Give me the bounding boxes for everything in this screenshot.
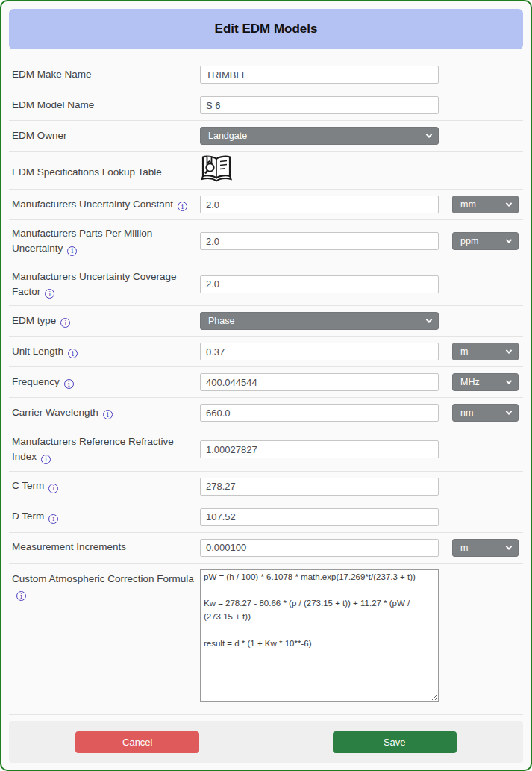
chevron-down-icon	[506, 378, 512, 384]
carrier-wavelength-input[interactable]	[200, 404, 439, 422]
field-label: Manufacturers Uncertainty Coverage Facto…	[12, 269, 200, 300]
measurement-increments-unit-select[interactable]: m	[452, 539, 519, 557]
uncertainty-constant-input[interactable]	[200, 196, 439, 213]
field-label: Carrier Wavelength	[12, 405, 200, 420]
row-edm-make-name: EDM Make Name	[9, 60, 523, 90]
unit-length-input[interactable]	[200, 343, 439, 360]
carrier-wavelength-unit-select[interactable]: nm	[452, 404, 519, 422]
info-icon[interactable]	[41, 455, 51, 464]
open-book-magnifier-icon	[200, 154, 233, 183]
row-d-term: D Term	[9, 502, 523, 532]
form: EDM Make Name EDM Model Name EDM Owner L…	[9, 60, 523, 708]
info-icon[interactable]	[178, 202, 187, 211]
selected-option: Phase	[208, 316, 234, 326]
row-c-term: C Term	[9, 471, 523, 502]
row-uncertainty-constant: Manufacturers Uncertainty Constant mm	[9, 189, 523, 219]
row-edm-owner: EDM Owner Landgate	[9, 120, 523, 151]
ppm-uncertainty-unit-select[interactable]: ppm	[452, 232, 519, 250]
footer-bar: Cancel Save	[9, 721, 523, 763]
coverage-factor-input[interactable]	[200, 275, 439, 293]
cancel-button[interactable]: Cancel	[75, 731, 199, 753]
ppm-uncertainty-input[interactable]	[200, 232, 439, 250]
field-label: C Term	[12, 478, 200, 493]
field-label: EDM Model Name	[12, 98, 200, 113]
info-icon[interactable]	[68, 349, 78, 358]
field-label: EDM Make Name	[12, 67, 200, 82]
footer-divider	[9, 714, 523, 715]
selected-option: m	[460, 346, 468, 357]
chevron-down-icon	[426, 316, 432, 322]
info-icon[interactable]	[67, 246, 77, 256]
correction-formula-textarea[interactable]: pW = (h / 100) * 6.1078 * math.exp(17.26…	[200, 569, 439, 702]
chevron-down-icon	[506, 237, 512, 243]
edm-owner-select[interactable]: Landgate	[200, 127, 439, 145]
info-icon[interactable]	[16, 591, 26, 601]
row-refractive-index: Manufacturers Reference Refractive Index	[9, 428, 523, 471]
selected-option: MHz	[460, 377, 480, 387]
unit-length-unit-select[interactable]: m	[452, 343, 519, 360]
edm-model-name-input[interactable]	[200, 96, 439, 114]
field-label: Custom Atmospheric Correction Formula	[12, 569, 200, 602]
frequency-input[interactable]	[200, 373, 439, 391]
selected-option: m	[460, 543, 468, 553]
row-specifications-lookup: EDM Specifications Lookup Table	[9, 151, 523, 189]
row-unit-length: Unit Length m	[9, 336, 523, 366]
selected-option: ppm	[460, 236, 478, 246]
row-carrier-wavelength: Carrier Wavelength nm	[9, 397, 523, 428]
info-icon[interactable]	[45, 289, 54, 299]
page-title-banner: Edit EDM Models	[9, 9, 523, 49]
chevron-down-icon	[506, 347, 512, 353]
c-term-input[interactable]	[200, 478, 439, 496]
chevron-down-icon	[426, 131, 432, 137]
chevron-down-icon	[506, 408, 512, 414]
row-measurement-increments: Measurement Increments m	[9, 532, 523, 563]
info-icon[interactable]	[64, 379, 74, 389]
frequency-unit-select[interactable]: MHz	[452, 373, 519, 391]
selected-option: mm	[460, 199, 476, 210]
page-title: Edit EDM Models	[215, 22, 318, 37]
field-label: EDM type	[12, 313, 200, 328]
field-label: EDM Owner	[12, 128, 200, 143]
edm-type-select[interactable]: Phase	[200, 312, 439, 330]
edit-edm-models-window: Edit EDM Models EDM Make Name EDM Model …	[0, 0, 532, 771]
info-icon[interactable]	[48, 514, 58, 524]
field-label: Measurement Increments	[12, 540, 200, 555]
field-label: D Term	[12, 509, 200, 524]
uncertainty-constant-unit-select[interactable]: mm	[452, 196, 519, 213]
field-label: Unit Length	[12, 344, 200, 359]
field-label: Frequency	[12, 375, 200, 390]
chevron-down-icon	[506, 200, 512, 206]
row-correction-formula: Custom Atmospheric Correction Formula pW…	[9, 563, 523, 708]
selected-option: nm	[460, 408, 473, 418]
row-coverage-factor: Manufacturers Uncertainty Coverage Facto…	[9, 263, 523, 306]
selected-option: Landgate	[208, 131, 247, 141]
row-edm-model-name: EDM Model Name	[9, 90, 523, 120]
row-frequency: Frequency MHz	[9, 366, 523, 397]
info-icon[interactable]	[48, 484, 58, 493]
edm-make-name-input[interactable]	[200, 66, 439, 84]
field-label: Manufacturers Reference Refractive Index	[12, 434, 200, 465]
row-ppm-uncertainty: Manufacturers Parts Per Million Uncertai…	[9, 219, 523, 263]
save-button[interactable]: Save	[333, 731, 457, 753]
specifications-lookup-button[interactable]	[200, 154, 233, 183]
measurement-increments-input[interactable]	[200, 539, 439, 557]
field-label: Manufacturers Parts Per Million Uncertai…	[12, 226, 200, 257]
field-label: EDM Specifications Lookup Table	[12, 165, 200, 183]
refractive-index-input[interactable]	[200, 440, 439, 458]
chevron-down-icon	[506, 543, 512, 549]
info-icon[interactable]	[60, 318, 70, 328]
row-edm-type: EDM type Phase	[9, 305, 523, 336]
d-term-input[interactable]	[200, 508, 439, 526]
info-icon[interactable]	[103, 410, 113, 419]
field-label: Manufacturers Uncertainty Constant	[12, 197, 200, 212]
